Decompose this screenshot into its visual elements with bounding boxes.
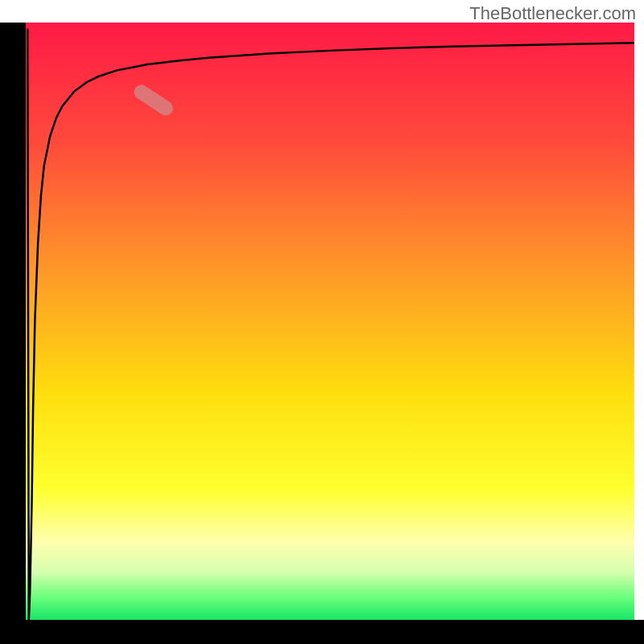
svg-rect-1	[131, 82, 175, 118]
watermark-text: TheBottlenecker.com	[469, 3, 636, 24]
plot-area	[26, 23, 634, 620]
y-axis-bar	[0, 23, 26, 620]
x-axis-bar	[0, 620, 644, 644]
bottleneck-curve	[26, 23, 634, 620]
bottleneck-chart: TheBottlenecker.com	[0, 0, 644, 644]
